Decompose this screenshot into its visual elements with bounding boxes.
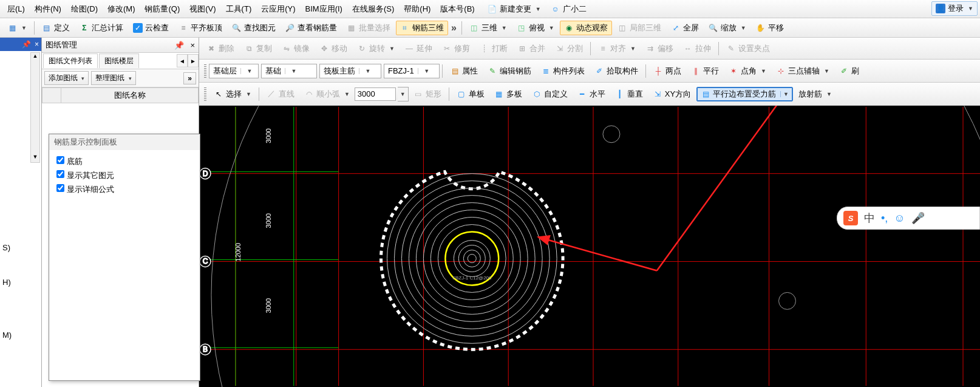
dock-item[interactable]: M) bbox=[0, 327, 41, 343]
rebar-3d-button[interactable]: ⌗ 钢筋三维 bbox=[396, 21, 448, 35]
single-slab-button[interactable]: ▢单板 bbox=[452, 87, 489, 101]
category-select[interactable]: 基础▼ bbox=[261, 64, 317, 78]
three-point-axis-button[interactable]: ⊹三点辅轴▼ bbox=[772, 64, 834, 78]
break-button[interactable]: ┊打断 bbox=[475, 41, 512, 56]
login-button[interactable]: 👤 登录 ▼ bbox=[931, 1, 978, 16]
dock-item[interactable]: H) bbox=[0, 274, 41, 290]
ime-punct-icon[interactable]: •, bbox=[881, 212, 888, 225]
offset-button[interactable]: ⇉偏移 bbox=[641, 41, 678, 56]
pick-component-button[interactable]: ✐拾取构件 bbox=[590, 64, 642, 78]
top-view-button[interactable]: ◳ 俯视 ▼ bbox=[512, 21, 559, 35]
parallel-edge-rebar-button[interactable]: ▤ 平行边布置受力筋 ▼ bbox=[696, 87, 793, 101]
trim-button[interactable]: ✂修剪 bbox=[438, 41, 474, 56]
align-button[interactable]: ≡对齐▼ bbox=[594, 41, 640, 56]
tab-scroll-left-button[interactable]: ◄ bbox=[177, 54, 188, 67]
rebar-display-control-panel[interactable]: 钢筋显示控制面板 底筋 显示其它图元 显示详细公式 bbox=[49, 134, 200, 381]
edit-rebar-button[interactable]: ✎编辑钢筋 bbox=[483, 64, 536, 78]
merge-button[interactable]: ⊞合并 bbox=[513, 41, 550, 56]
horizontal-button[interactable]: ━水平 bbox=[573, 87, 610, 101]
menu-help[interactable]: 帮助(H) bbox=[399, 1, 435, 17]
ime-bar[interactable]: S 中 •, ☺ 🎤 bbox=[837, 207, 980, 230]
rotate-button[interactable]: ↻旋转▼ bbox=[353, 41, 399, 56]
dynamic-view-button[interactable]: ◉ 动态观察 bbox=[560, 21, 612, 35]
option-show-other[interactable]: 显示其它图元 bbox=[49, 168, 200, 182]
menu-bim[interactable]: BIM应用(I) bbox=[301, 1, 347, 17]
tab-paper-floor-map[interactable]: 图纸楼层 bbox=[99, 53, 139, 68]
pin-icon[interactable]: 📌 bbox=[22, 40, 31, 49]
pin-icon[interactable]: 📌 bbox=[174, 41, 184, 50]
view3d-button[interactable]: ◫ 三维 ▼ bbox=[465, 21, 511, 35]
assistant-button[interactable]: ☺ 广小二 bbox=[546, 2, 591, 16]
menu-cloud[interactable]: 云应用(Y) bbox=[256, 1, 300, 17]
radial-rebar-button[interactable]: 放射筋▼ bbox=[794, 87, 836, 101]
arrange-paper-button[interactable]: 整理图纸 ▾ bbox=[91, 71, 135, 85]
close-icon[interactable]: × bbox=[190, 41, 195, 50]
checkbox-bottom-rebar[interactable] bbox=[56, 156, 64, 164]
fullscreen-button[interactable]: ⤢ 全屏 bbox=[667, 21, 703, 35]
split-button[interactable]: ⇲分割 bbox=[551, 41, 587, 56]
vertical-button[interactable]: ┃垂直 bbox=[611, 87, 647, 101]
component-select[interactable]: 筏板主筋▼ bbox=[319, 64, 381, 78]
local-3d-button[interactable]: ◫ 局部三维 bbox=[613, 21, 665, 35]
toolbar-grip[interactable] bbox=[204, 87, 206, 101]
angle-button[interactable]: ✶点角▼ bbox=[724, 64, 771, 78]
menu-layer[interactable]: 层(L) bbox=[2, 1, 30, 17]
sum-calc-button[interactable]: Σ 汇总计算 bbox=[75, 21, 128, 35]
checkbox-show-other[interactable] bbox=[56, 170, 64, 178]
menu-modify[interactable]: 修改(M) bbox=[103, 1, 140, 17]
menu-view[interactable]: 视图(V) bbox=[185, 1, 220, 17]
new-change-button[interactable]: 📄 新建变更 ▼ bbox=[483, 2, 545, 16]
level-select[interactable]: 基础层▼ bbox=[209, 64, 259, 78]
option-show-formula[interactable]: 显示详细公式 bbox=[49, 182, 200, 196]
find-entity-button[interactable]: 🔍 查找图元 bbox=[228, 21, 280, 35]
add-paper-button[interactable]: 添加图纸 ▾ bbox=[44, 71, 89, 85]
ime-mic-icon[interactable]: 🎤 bbox=[911, 211, 925, 225]
set-grip-button[interactable]: ✎设置夹点 bbox=[722, 41, 774, 56]
menu-online[interactable]: 在线服务(S) bbox=[347, 1, 399, 17]
file-button[interactable]: ▦▼ bbox=[3, 21, 31, 35]
custom-button[interactable]: ⬡自定义 bbox=[528, 87, 572, 101]
stretch-button[interactable]: ↔拉伸 bbox=[679, 41, 715, 56]
ime-emoji-icon[interactable]: ☺ bbox=[894, 212, 905, 225]
extend-button[interactable]: ―延伸 bbox=[400, 41, 437, 56]
tab-scroll-right-button[interactable]: ► bbox=[188, 54, 199, 67]
component-list-button[interactable]: ≣构件列表 bbox=[537, 64, 589, 78]
code-select[interactable]: FBZJ-1▼ bbox=[384, 64, 440, 78]
two-points-button[interactable]: ┼两点 bbox=[649, 64, 686, 78]
brush-button[interactable]: ✐刷 bbox=[835, 64, 863, 78]
props-button[interactable]: ▤属性 bbox=[446, 64, 482, 78]
cloud-check-button[interactable]: ✓ 云检查 bbox=[129, 21, 173, 35]
view-rebar-button[interactable]: 🔎 查看钢筋量 bbox=[281, 21, 341, 35]
line-button[interactable]: ／直线 bbox=[262, 87, 299, 101]
drawing-canvas[interactable]: D C B 12000 3000 3000 3000 bbox=[199, 106, 980, 387]
ime-mode-label[interactable]: 中 bbox=[864, 211, 875, 225]
batch-select-button[interactable]: ▦ 批量选择 bbox=[342, 21, 395, 35]
move-button[interactable]: ✥移动 bbox=[315, 41, 352, 56]
close-icon[interactable]: × bbox=[35, 40, 39, 49]
distance-input[interactable] bbox=[355, 87, 396, 101]
copy-button[interactable]: ⧉复制 bbox=[240, 41, 276, 56]
checkbox-show-formula[interactable] bbox=[56, 184, 64, 192]
flat-slab-top-button[interactable]: ≡ 平齐板顶 bbox=[174, 21, 226, 35]
paper-toolbar-overflow[interactable]: » bbox=[183, 72, 196, 84]
menu-draw[interactable]: 绘图(D) bbox=[66, 1, 103, 17]
mirror-button[interactable]: ⇋镜像 bbox=[277, 41, 314, 56]
chevron-down-icon[interactable]: ▼ bbox=[398, 87, 409, 101]
xy-direction-button[interactable]: ⇲XY方向 bbox=[648, 87, 695, 101]
dock-item[interactable]: S) bbox=[0, 239, 41, 256]
tab-paper-file-list[interactable]: 图纸文件列表 bbox=[43, 53, 98, 68]
scrollbar[interactable]: ▲ ▼ bbox=[30, 52, 40, 163]
arc-button[interactable]: ◠顺小弧▼ bbox=[300, 87, 354, 101]
zoom-button[interactable]: 🔍 缩放 ▼ bbox=[704, 21, 750, 35]
menu-version[interactable]: 版本号(B) bbox=[435, 1, 479, 17]
menu-component[interactable]: 构件(N) bbox=[30, 1, 66, 17]
option-bottom-rebar[interactable]: 底筋 bbox=[49, 154, 200, 168]
toolbar-grip[interactable] bbox=[204, 64, 206, 78]
rect-button[interactable]: ▭矩形 bbox=[409, 87, 446, 101]
pan-button[interactable]: ✋ 平移 bbox=[752, 21, 788, 35]
parallel-button[interactable]: ∥平行 bbox=[687, 64, 723, 78]
delete-button[interactable]: ✖删除 bbox=[202, 41, 239, 56]
overflow-button[interactable]: » bbox=[449, 22, 459, 33]
multi-slab-button[interactable]: ▦多板 bbox=[490, 87, 526, 101]
menu-rebar-qty[interactable]: 钢筋量(Q) bbox=[140, 1, 185, 17]
